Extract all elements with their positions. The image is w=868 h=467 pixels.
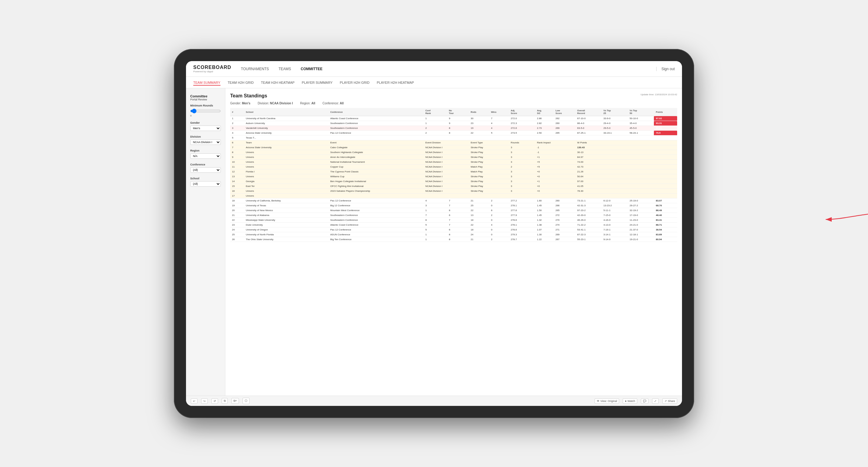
subnav-team-h2h-heatmap[interactable]: TEAM H2H HEATMAP: [261, 80, 294, 86]
sidebar-division: Division NCAA Division I NCAA Division I…: [190, 135, 221, 145]
gender-label: Gender: [190, 121, 221, 124]
watch-button[interactable]: ● Watch: [623, 398, 637, 404]
subnav-player-summary[interactable]: PLAYER SUMMARY: [302, 80, 333, 86]
share-button[interactable]: ↗ Share: [662, 398, 677, 404]
table-row: 19 University of Texas Big 12 Conference…: [230, 203, 677, 208]
annotation-arrow: [807, 201, 868, 226]
page-wrapper: SCOREBOARD Powered by clippd TOURNAMENTS…: [0, 0, 868, 467]
table-row: 20 University of New Mexico Mountain Wes…: [230, 208, 677, 213]
tooltip-data-row: 17 Univers: [230, 194, 677, 198]
committee-portal-title: Committee Portal Review: [190, 94, 221, 101]
nav-links: TOURNAMENTS TEAMS COMMITTEE: [241, 66, 656, 72]
logo-sub: Powered by clippd: [193, 70, 231, 73]
table-row: 1 University of North Carolina Atlantic …: [230, 116, 677, 121]
redo-button[interactable]: ↪: [201, 398, 208, 404]
filter-division: Division: NCAA Division I: [258, 102, 293, 105]
nav-tournaments[interactable]: TOURNAMENTS: [241, 66, 269, 72]
feedback-button[interactable]: 💬: [641, 398, 648, 404]
sidebar-min-rounds: Minimum Rounds 0: [190, 104, 221, 117]
sidebar-school: School (All): [190, 177, 221, 187]
tooltip-data-row: 15 East Ter OFCC Fighting Illini Invitat…: [230, 184, 677, 189]
view-original-button[interactable]: 👁 View: Original: [595, 398, 619, 404]
portal-title: Committee: [190, 94, 221, 98]
expand-button[interactable]: ⤢: [652, 398, 659, 404]
table-row: 3 Vanderbilt University Southeastern Con…: [230, 126, 677, 131]
filter-gender: Gender: Men's: [230, 102, 250, 105]
update-time: Update time: 13/03/2024 10:03:42: [641, 93, 677, 96]
col-adj-score: Adj.Score: [509, 108, 535, 116]
portal-subtitle: Portal Review: [190, 98, 221, 101]
info-button[interactable]: ⓘ: [243, 398, 249, 404]
logo-area: SCOREBOARD Powered by clippd: [193, 65, 231, 73]
gender-select[interactable]: Men's Women's: [190, 126, 221, 131]
filter-region: Region: All: [300, 102, 315, 105]
region-select[interactable]: N/A All: [190, 153, 221, 159]
col-overall-record: OverallRecord: [576, 108, 602, 116]
table-row: 4 Arizona State University Pac-12 Confer…: [230, 131, 677, 135]
tablet-frame: SCOREBOARD Powered by clippd TOURNAMENTS…: [174, 49, 694, 418]
tooltip-data-row: 7 Arizona State University Cabo Collegia…: [230, 145, 677, 150]
col-rank: #: [230, 108, 244, 116]
main-content: Committee Portal Review Minimum Rounds 0…: [186, 88, 682, 396]
region-label: Region: [190, 149, 221, 152]
tablet-screen: SCOREBOARD Powered by clippd TOURNAMENTS…: [186, 61, 682, 406]
tooltip-data-row: 8 Univers Southern Highlands Collegiate …: [230, 150, 677, 155]
sign-out-button[interactable]: Sign out: [656, 67, 675, 71]
tooltip-header-row: 6 Team Event Event Division Event Type R…: [230, 141, 677, 145]
conference-select[interactable]: (All): [190, 167, 221, 173]
share-icon: ↗: [664, 400, 667, 403]
table-row: 24 University of Oregon Pac-12 Conferenc…: [230, 227, 677, 232]
min-rounds-input[interactable]: [190, 108, 221, 114]
view-icon: 👁: [597, 400, 599, 403]
min-rounds-label: Minimum Rounds: [190, 104, 221, 107]
sub-nav: TEAM SUMMARY TEAM H2H GRID TEAM H2H HEAT…: [186, 77, 682, 88]
min-rounds-value: 0: [190, 114, 221, 117]
report-header: Team Standings Update time: 13/03/2024 1…: [230, 93, 677, 99]
col-wins: Wins: [489, 108, 509, 116]
sidebar-conference: Conference (All): [190, 163, 221, 173]
subnav-team-summary[interactable]: TEAM SUMMARY: [193, 80, 220, 86]
col-school: School: [244, 108, 329, 116]
table-header-row: # School Conference ConfRank NoTour Rnds…: [230, 108, 677, 116]
top-nav: SCOREBOARD Powered by clippd TOURNAMENTS…: [186, 61, 682, 77]
col-avg-sg: Avg.SG: [535, 108, 554, 116]
col-vs25: Vs Top25: [601, 108, 628, 116]
tooltip-data-row: 13 Univers Williams Cup NCAA Division I …: [230, 174, 677, 179]
paste-button[interactable]: ⧉+: [231, 398, 239, 404]
conference-label: Conference: [190, 163, 221, 166]
subnav-team-h2h-grid[interactable]: TEAM H2H GRID: [228, 80, 254, 86]
tooltip-data-row: 10 Univers National Invitational Tournam…: [230, 160, 677, 164]
tooltip-data-row: 16 Univers 2023 Sahalee Players Champion…: [230, 189, 677, 194]
col-vs50: Vs Top50: [628, 108, 654, 116]
division-label: Division: [190, 135, 221, 138]
sidebar-region: Region N/A All: [190, 149, 221, 159]
table-row: 26 The Ohio State University Big Ten Con…: [230, 237, 677, 242]
reset-button[interactable]: ↺: [211, 398, 218, 404]
bottom-toolbar: ↩ ↪ ↺ ⧉ ⧉+ ⓘ 👁 View: Original ● Watch 💬 …: [186, 396, 682, 406]
nav-teams[interactable]: TEAMS: [279, 66, 291, 72]
subnav-player-h2h-grid[interactable]: PLAYER H2H GRID: [340, 80, 370, 86]
logo-text: SCOREBOARD: [193, 65, 231, 70]
filter-conference: Conference: All: [322, 102, 344, 105]
table-row: 23 Duke University Atlantic Coast Confer…: [230, 223, 677, 227]
copy-button[interactable]: ⧉: [222, 398, 228, 404]
table-row: 21 University of Alabama Southeastern Co…: [230, 213, 677, 218]
standings-table: # School Conference ConfRank NoTour Rnds…: [230, 108, 677, 242]
sidebar: Committee Portal Review Minimum Rounds 0…: [186, 88, 225, 396]
undo-button[interactable]: ↩: [191, 398, 197, 404]
school-select[interactable]: (All): [190, 181, 221, 187]
table-row: 25 University of North Florida ASUN Conf…: [230, 232, 677, 237]
division-select[interactable]: NCAA Division I NCAA Division II NCAA Di…: [190, 139, 221, 145]
subnav-player-h2h-heatmap[interactable]: PLAYER H2H HEATMAP: [377, 80, 414, 86]
tooltip-data-row: 11 Univers Copper Cup NCAA Division I Ma…: [230, 164, 677, 169]
col-rnds: Rnds: [469, 108, 489, 116]
col-points: Points: [654, 108, 677, 116]
col-conf-rank: ConfRank: [424, 108, 447, 116]
tooltip-data-row: 9 Univers Amer An Intercollegiate NCAA D…: [230, 155, 677, 160]
table-row: 2 Auburn University Southeastern Confere…: [230, 121, 677, 126]
table-row: 22 Mississippi State University Southeas…: [230, 218, 677, 223]
nav-committee[interactable]: COMMITTEE: [301, 66, 322, 72]
tooltip-data-row: 14 Georgia Ben Hogan Collegiate Invitati…: [230, 179, 677, 184]
col-tour: NoTour: [447, 108, 469, 116]
table-row: 5 Texas T...: [230, 135, 677, 141]
